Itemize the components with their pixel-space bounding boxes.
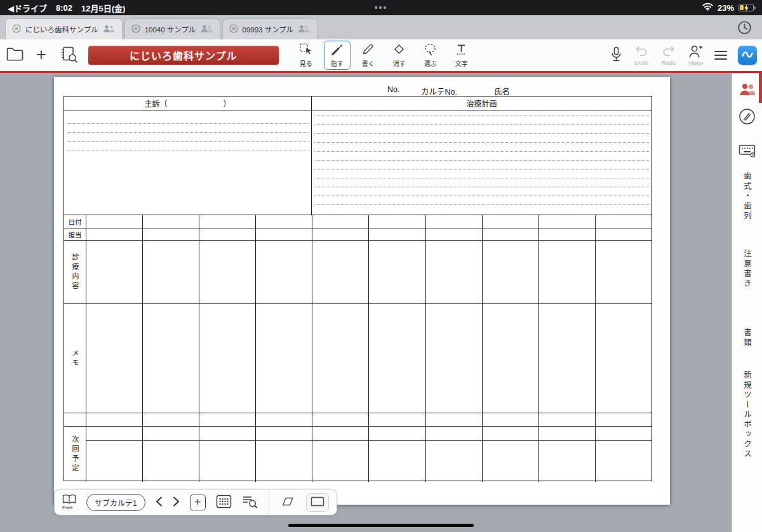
treatment-form-table: 主訴（） 治療計画 日付 担当 診療内容 メモ — [64, 96, 652, 481]
hamburger-icon — [714, 51, 727, 52]
grid-cell — [369, 413, 425, 426]
lasso-icon — [424, 43, 437, 58]
grid-cell — [143, 304, 199, 413]
sidebar-item-documents[interactable]: 書類 — [741, 328, 753, 348]
grid-cell — [199, 304, 256, 413]
grid-cell — [312, 427, 369, 440]
folder-icon — [6, 48, 23, 63]
add-note-button[interactable]: + — [36, 48, 46, 62]
karte-page[interactable]: No. カルテNo. 氏名 主訴（） 治療計画 日付 担当 — [54, 77, 670, 505]
grid-cell — [86, 413, 143, 426]
microphone-button[interactable] — [610, 46, 622, 64]
grid-cell — [256, 215, 312, 229]
tab-09993-sample[interactable]: 09993 サンプル — [222, 18, 318, 39]
page-grid-button[interactable] — [216, 495, 232, 510]
tool-erase[interactable]: 消す — [386, 41, 413, 70]
grid-cell — [483, 229, 539, 240]
grid-cell — [143, 215, 199, 229]
plus-icon: + — [36, 48, 46, 62]
keyboard-settings-button[interactable] — [739, 143, 756, 159]
ruled-dotted-line — [314, 133, 649, 134]
grid-cell — [596, 229, 652, 240]
tab-close-icon[interactable] — [12, 24, 21, 34]
grid-cell — [312, 413, 369, 426]
grid-cell — [86, 441, 143, 482]
tab-close-icon[interactable] — [131, 24, 140, 34]
grid-cell — [426, 215, 483, 229]
red-position-indicator — [759, 73, 762, 103]
people-red-icon — [739, 90, 756, 99]
main-toolbar: + にじいろ歯科サンプル 見る 指す 書く 消す 選ぶ 文字 — [0, 39, 762, 73]
tool-view[interactable]: 見る — [293, 41, 319, 70]
free-note-button[interactable]: Free — [62, 494, 76, 510]
ruled-dotted-line — [314, 196, 649, 196]
undo-button[interactable]: Undo — [633, 45, 650, 66]
tool-select[interactable]: 選ぶ — [417, 41, 444, 70]
tab-nijiiro-sample[interactable]: にじいろ歯科サンプル — [5, 18, 123, 39]
grid-cell — [596, 427, 652, 440]
ruled-dotted-line — [67, 141, 309, 142]
rectangle-shape-button[interactable] — [306, 493, 329, 512]
grid-cell — [312, 215, 369, 229]
add-page-button[interactable]: + — [190, 495, 206, 510]
grid-cell — [256, 304, 312, 413]
tab-10040-sample[interactable]: 10040 サンプル — [124, 18, 220, 39]
status-time: 8:02 — [56, 3, 72, 13]
shared-users-icon — [103, 25, 116, 34]
tool-text[interactable]: 文字 — [448, 41, 475, 70]
grid-cell — [483, 215, 539, 229]
clock-icon — [737, 20, 752, 36]
tab-close-icon[interactable] — [229, 24, 238, 34]
document-title-button[interactable]: にじいろ歯科サンプル — [88, 46, 279, 65]
grid-cell — [256, 441, 312, 482]
subkarte-button[interactable]: サブカルテ1 — [86, 494, 145, 511]
grid-cell — [199, 427, 256, 440]
prev-page-button[interactable] — [156, 496, 163, 509]
grid-cell — [312, 241, 369, 303]
back-to-app-button[interactable]: ◀ドライブ — [8, 2, 47, 14]
app-screen: { "status_bar": { "back_app": "◀ドライブ", "… — [0, 0, 762, 532]
page-search-button[interactable] — [242, 495, 258, 510]
sidebar-item-new-toolbox[interactable]: 新規ツールボックス — [741, 371, 753, 460]
right-sidebar: 歯式・歯列 注意書き 書類 新規ツールボックス — [732, 73, 762, 532]
ruled-dotted-line — [314, 142, 649, 143]
share-button[interactable]: Share — [688, 44, 704, 67]
next-visit-row: 次回予定 — [64, 427, 652, 482]
pen-tool-group: 見る 指す 書く 消す 選ぶ 文字 — [293, 41, 475, 70]
share-person-icon — [688, 44, 704, 60]
tool-write[interactable]: 書く — [355, 41, 382, 70]
folder-button[interactable] — [6, 48, 23, 63]
menu-button[interactable] — [714, 51, 727, 60]
table-header-row: 主訴（） 治療計画 — [64, 96, 652, 110]
page-navigation-bar: Free サブカルテ1 + — [54, 489, 337, 515]
attendees-button[interactable] — [739, 82, 756, 99]
memo-row: メモ — [64, 304, 652, 413]
grid-cell — [86, 229, 143, 240]
grid-cell — [256, 427, 312, 440]
sidebar-item-dental-chart[interactable]: 歯式・歯列 — [741, 172, 753, 222]
tab-label: にじいろ歯科サンプル — [25, 24, 98, 34]
ruled-dotted-line — [314, 169, 649, 170]
grid-cell — [143, 427, 199, 440]
tool-point[interactable]: 指す — [324, 41, 351, 70]
next-page-button[interactable] — [173, 496, 180, 509]
note-search-button[interactable] — [59, 46, 78, 65]
treatment-plan-area — [312, 110, 652, 215]
grid-cell — [143, 229, 199, 240]
no-label: No. — [387, 85, 399, 94]
battery-charging-icon — [739, 4, 756, 11]
grid-cell — [483, 413, 539, 426]
grid-cell — [143, 441, 199, 482]
pen-holder-button[interactable] — [739, 108, 756, 127]
chief-complaint-area — [64, 110, 312, 215]
grid-cell — [426, 229, 483, 240]
grid-cell — [86, 427, 143, 440]
date-row: 日付 — [64, 215, 652, 229]
assistant-app-button[interactable] — [738, 46, 757, 65]
sidebar-item-notes[interactable]: 注意書き — [741, 249, 753, 289]
history-clock-button[interactable] — [735, 18, 753, 36]
home-indicator[interactable] — [288, 524, 474, 527]
parallelogram-shape-button[interactable] — [279, 496, 296, 509]
staff-row: 担当 — [64, 229, 652, 241]
redo-button[interactable]: Redo — [660, 45, 677, 66]
